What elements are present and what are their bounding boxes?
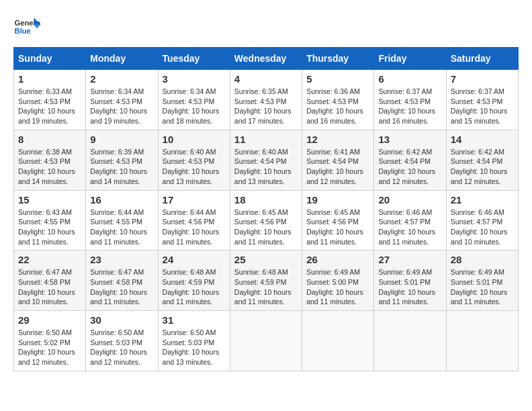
page-header: General Blue xyxy=(13,13,519,40)
day-number: 21 xyxy=(451,194,514,205)
day-cell-9: 9Sunrise: 6:39 AM Sunset: 4:53 PM Daylig… xyxy=(86,130,158,190)
day-info: Sunrise: 6:42 AM Sunset: 4:54 PM Dayligh… xyxy=(451,147,514,187)
day-cell-13: 13Sunrise: 6:42 AM Sunset: 4:54 PM Dayli… xyxy=(374,130,446,190)
day-number: 10 xyxy=(163,134,226,145)
empty-cell xyxy=(230,311,302,371)
day-info: Sunrise: 6:35 AM Sunset: 4:53 PM Dayligh… xyxy=(234,87,298,126)
weekday-header-monday: Monday xyxy=(86,48,158,70)
day-cell-22: 22Sunrise: 6:47 AM Sunset: 4:58 PM Dayli… xyxy=(14,250,86,311)
day-number: 5 xyxy=(306,73,369,85)
weekday-header-wednesday: Wednesday xyxy=(230,48,302,70)
day-cell-8: 8Sunrise: 6:38 AM Sunset: 4:53 PM Daylig… xyxy=(14,130,86,190)
day-info: Sunrise: 6:44 AM Sunset: 4:55 PM Dayligh… xyxy=(90,208,153,247)
day-cell-10: 10Sunrise: 6:40 AM Sunset: 4:53 PM Dayli… xyxy=(158,130,230,190)
day-info: Sunrise: 6:34 AM Sunset: 4:53 PM Dayligh… xyxy=(163,87,226,126)
day-cell-18: 18Sunrise: 6:45 AM Sunset: 4:56 PM Dayli… xyxy=(230,190,302,250)
logo: General Blue xyxy=(13,13,40,40)
day-number: 15 xyxy=(18,194,81,205)
day-number: 9 xyxy=(90,134,153,145)
day-info: Sunrise: 6:47 AM Sunset: 4:58 PM Dayligh… xyxy=(18,267,81,307)
day-info: Sunrise: 6:49 AM Sunset: 5:01 PM Dayligh… xyxy=(451,267,514,307)
day-number: 8 xyxy=(18,134,81,145)
day-cell-12: 12Sunrise: 6:41 AM Sunset: 4:54 PM Dayli… xyxy=(302,130,374,190)
day-cell-16: 16Sunrise: 6:44 AM Sunset: 4:55 PM Dayli… xyxy=(86,190,158,250)
day-number: 19 xyxy=(306,194,369,205)
day-number: 16 xyxy=(90,194,153,205)
day-number: 2 xyxy=(90,73,153,85)
day-info: Sunrise: 6:47 AM Sunset: 4:58 PM Dayligh… xyxy=(90,267,153,307)
day-info: Sunrise: 6:36 AM Sunset: 4:53 PM Dayligh… xyxy=(306,87,369,126)
week-row-1: 1Sunrise: 6:33 AM Sunset: 4:53 PM Daylig… xyxy=(14,70,519,130)
day-number: 29 xyxy=(18,314,81,326)
weekday-header-row: SundayMondayTuesdayWednesdayThursdayFrid… xyxy=(14,48,519,70)
calendar-table: SundayMondayTuesdayWednesdayThursdayFrid… xyxy=(13,47,519,371)
day-number: 27 xyxy=(378,254,441,265)
weekday-header-thursday: Thursday xyxy=(302,48,374,70)
day-cell-7: 7Sunrise: 6:37 AM Sunset: 4:53 PM Daylig… xyxy=(446,70,518,130)
day-info: Sunrise: 6:40 AM Sunset: 4:54 PM Dayligh… xyxy=(234,147,298,187)
day-info: Sunrise: 6:37 AM Sunset: 4:53 PM Dayligh… xyxy=(378,87,441,126)
weekday-header-friday: Friday xyxy=(374,48,446,70)
day-number: 7 xyxy=(451,73,514,85)
day-cell-4: 4Sunrise: 6:35 AM Sunset: 4:53 PM Daylig… xyxy=(230,70,302,130)
day-info: Sunrise: 6:50 AM Sunset: 5:03 PM Dayligh… xyxy=(163,328,226,367)
day-cell-14: 14Sunrise: 6:42 AM Sunset: 4:54 PM Dayli… xyxy=(446,130,518,190)
day-info: Sunrise: 6:38 AM Sunset: 4:53 PM Dayligh… xyxy=(18,147,81,187)
day-cell-28: 28Sunrise: 6:49 AM Sunset: 5:01 PM Dayli… xyxy=(446,250,518,311)
day-cell-29: 29Sunrise: 6:50 AM Sunset: 5:02 PM Dayli… xyxy=(14,311,86,371)
week-row-4: 22Sunrise: 6:47 AM Sunset: 4:58 PM Dayli… xyxy=(14,250,519,311)
day-number: 6 xyxy=(378,73,441,85)
day-info: Sunrise: 6:42 AM Sunset: 4:54 PM Dayligh… xyxy=(378,147,441,187)
day-info: Sunrise: 6:39 AM Sunset: 4:53 PM Dayligh… xyxy=(90,147,153,187)
day-number: 18 xyxy=(234,194,298,205)
day-number: 25 xyxy=(234,254,298,265)
empty-cell xyxy=(446,311,518,371)
day-number: 3 xyxy=(163,73,226,85)
day-number: 13 xyxy=(378,134,441,145)
day-info: Sunrise: 6:44 AM Sunset: 4:56 PM Dayligh… xyxy=(163,208,226,247)
day-cell-11: 11Sunrise: 6:40 AM Sunset: 4:54 PM Dayli… xyxy=(230,130,302,190)
day-cell-24: 24Sunrise: 6:48 AM Sunset: 4:59 PM Dayli… xyxy=(158,250,230,311)
day-number: 31 xyxy=(163,314,226,326)
day-info: Sunrise: 6:43 AM Sunset: 4:55 PM Dayligh… xyxy=(18,208,81,247)
day-cell-23: 23Sunrise: 6:47 AM Sunset: 4:58 PM Dayli… xyxy=(86,250,158,311)
day-number: 20 xyxy=(378,194,441,205)
day-info: Sunrise: 6:37 AM Sunset: 4:53 PM Dayligh… xyxy=(451,87,514,126)
day-info: Sunrise: 6:48 AM Sunset: 4:59 PM Dayligh… xyxy=(234,267,298,307)
empty-cell xyxy=(374,311,446,371)
day-cell-6: 6Sunrise: 6:37 AM Sunset: 4:53 PM Daylig… xyxy=(374,70,446,130)
weekday-header-tuesday: Tuesday xyxy=(158,48,230,70)
day-number: 24 xyxy=(163,254,226,265)
day-number: 14 xyxy=(451,134,514,145)
day-info: Sunrise: 6:33 AM Sunset: 4:53 PM Dayligh… xyxy=(18,87,81,126)
day-number: 30 xyxy=(90,314,153,326)
day-info: Sunrise: 6:41 AM Sunset: 4:54 PM Dayligh… xyxy=(306,147,369,187)
day-info: Sunrise: 6:46 AM Sunset: 4:57 PM Dayligh… xyxy=(451,208,514,247)
day-info: Sunrise: 6:45 AM Sunset: 4:56 PM Dayligh… xyxy=(306,208,369,247)
day-info: Sunrise: 6:48 AM Sunset: 4:59 PM Dayligh… xyxy=(163,267,226,307)
day-number: 17 xyxy=(163,194,226,205)
day-info: Sunrise: 6:50 AM Sunset: 5:02 PM Dayligh… xyxy=(18,328,81,367)
day-info: Sunrise: 6:40 AM Sunset: 4:53 PM Dayligh… xyxy=(163,147,226,187)
day-cell-30: 30Sunrise: 6:50 AM Sunset: 5:03 PM Dayli… xyxy=(86,311,158,371)
day-number: 22 xyxy=(18,254,81,265)
day-number: 26 xyxy=(306,254,369,265)
week-row-3: 15Sunrise: 6:43 AM Sunset: 4:55 PM Dayli… xyxy=(14,190,519,250)
day-number: 1 xyxy=(18,73,81,85)
day-cell-5: 5Sunrise: 6:36 AM Sunset: 4:53 PM Daylig… xyxy=(302,70,374,130)
day-cell-3: 3Sunrise: 6:34 AM Sunset: 4:53 PM Daylig… xyxy=(158,70,230,130)
day-number: 11 xyxy=(234,134,298,145)
day-info: Sunrise: 6:45 AM Sunset: 4:56 PM Dayligh… xyxy=(234,208,298,247)
day-number: 4 xyxy=(234,73,298,85)
day-cell-21: 21Sunrise: 6:46 AM Sunset: 4:57 PM Dayli… xyxy=(446,190,518,250)
day-cell-20: 20Sunrise: 6:46 AM Sunset: 4:57 PM Dayli… xyxy=(374,190,446,250)
day-info: Sunrise: 6:34 AM Sunset: 4:53 PM Dayligh… xyxy=(90,87,153,126)
day-info: Sunrise: 6:49 AM Sunset: 5:00 PM Dayligh… xyxy=(306,267,369,307)
day-number: 28 xyxy=(451,254,514,265)
day-cell-25: 25Sunrise: 6:48 AM Sunset: 4:59 PM Dayli… xyxy=(230,250,302,311)
day-cell-2: 2Sunrise: 6:34 AM Sunset: 4:53 PM Daylig… xyxy=(86,70,158,130)
day-cell-1: 1Sunrise: 6:33 AM Sunset: 4:53 PM Daylig… xyxy=(14,70,86,130)
day-cell-31: 31Sunrise: 6:50 AM Sunset: 5:03 PM Dayli… xyxy=(158,311,230,371)
day-cell-17: 17Sunrise: 6:44 AM Sunset: 4:56 PM Dayli… xyxy=(158,190,230,250)
day-number: 12 xyxy=(306,134,369,145)
